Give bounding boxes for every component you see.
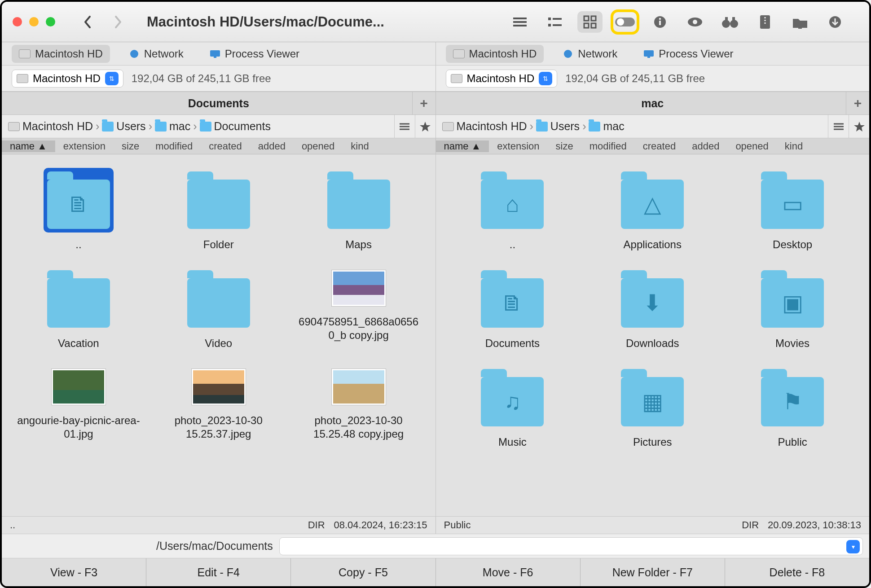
minimize-button[interactable] [29, 17, 39, 26]
file-item[interactable]: 🗎.. [11, 168, 146, 251]
column-header-extension[interactable]: extension [489, 140, 547, 152]
volume-name: Macintosh HD [33, 72, 101, 85]
column-headers: name ▲extensionsizemodifiedcreatedaddedo… [2, 138, 869, 154]
column-header-opened[interactable]: opened [294, 140, 343, 152]
column-header-name[interactable]: name ▲ [436, 140, 489, 152]
breadcrumb-item[interactable]: mac [589, 120, 624, 133]
breadcrumb-item[interactable]: Users [102, 120, 145, 133]
breadcrumb-item[interactable]: Documents [200, 120, 271, 133]
fn-button-new-folder[interactable]: New Folder - F7 [581, 558, 725, 586]
file-item[interactable]: angourie-bay-picnic-area-01.jpg [11, 365, 146, 441]
file-item[interactable]: ♫Music [445, 365, 581, 449]
volume-free-label: 192,04 GB of 245,11 GB free [132, 72, 271, 85]
file-item[interactable]: 🗎Documents [445, 267, 581, 350]
close-button[interactable] [13, 17, 22, 26]
column-header-name[interactable]: name ▲ [2, 140, 55, 152]
column-header-modified[interactable]: modified [147, 140, 201, 152]
pane-title: mac [641, 97, 664, 110]
file-item[interactable]: ⚑Public [725, 365, 860, 449]
column-header-modified[interactable]: modified [581, 140, 635, 152]
volume-selector[interactable]: Macintosh HD ⇅ [446, 70, 558, 88]
volume-selector[interactable]: Macintosh HD ⇅ [12, 70, 123, 88]
pane-title: Documents [188, 97, 249, 110]
column-header-created[interactable]: created [635, 140, 684, 152]
view-grid-icon[interactable] [577, 11, 603, 33]
fn-button-view[interactable]: View - F3 [2, 558, 146, 586]
column-header-kind[interactable]: kind [777, 140, 811, 152]
fn-button-copy[interactable]: Copy - F5 [291, 558, 436, 586]
breadcrumb-label: Users [550, 120, 580, 133]
column-header-kind[interactable]: kind [343, 140, 377, 152]
breadcrumb-item[interactable]: Macintosh HD [8, 120, 93, 133]
file-item[interactable]: ⬇Downloads [585, 267, 720, 350]
file-name: photo_2023-10-30 15.25.48 copy.jpeg [296, 414, 422, 441]
column-header-extension[interactable]: extension [55, 140, 114, 152]
window-controls [2, 17, 66, 26]
info-icon[interactable] [647, 11, 673, 33]
column-header-added[interactable]: added [684, 140, 727, 152]
folder-network-icon[interactable] [787, 11, 813, 33]
add-tab-button[interactable]: + [412, 92, 436, 114]
list-view-icon[interactable] [394, 115, 415, 138]
list-view-icon[interactable] [828, 115, 849, 138]
view-detail-icon[interactable] [542, 11, 567, 33]
fn-button-edit[interactable]: Edit - F4 [146, 558, 291, 586]
column-header-created[interactable]: created [201, 140, 250, 152]
column-header-added[interactable]: added [250, 140, 294, 152]
tab-macintosh-hd[interactable]: Macintosh HD [12, 45, 110, 63]
file-item[interactable]: ▦Pictures [585, 365, 720, 449]
file-item[interactable]: ▣Movies [725, 267, 860, 350]
file-item[interactable]: Video [151, 267, 286, 350]
file-name: Video [205, 337, 232, 350]
forward-button[interactable] [109, 13, 127, 31]
add-tab-button[interactable]: + [846, 92, 869, 114]
file-item[interactable]: Maps [291, 168, 427, 251]
hdd-icon [442, 122, 454, 131]
status-name: Public [444, 519, 471, 531]
eye-icon[interactable] [682, 11, 708, 33]
zoom-button[interactable] [46, 17, 55, 26]
favorite-icon[interactable] [415, 115, 436, 138]
breadcrumb-item[interactable]: Users [536, 120, 580, 133]
file-item[interactable]: ⌂.. [445, 168, 581, 251]
fn-button-move[interactable]: Move - F6 [436, 558, 581, 586]
tab-network[interactable]: Network [122, 45, 191, 63]
file-item[interactable]: △Applications [585, 168, 720, 251]
breadcrumb-item[interactable]: mac [155, 120, 190, 133]
download-icon[interactable] [823, 11, 848, 33]
tab-network[interactable]: Network [555, 45, 625, 63]
tab-process-viewer[interactable]: Process Viewer [636, 45, 740, 63]
toggle-switch-icon[interactable] [612, 11, 638, 33]
tab-process-viewer[interactable]: Process Viewer [202, 45, 307, 63]
file-item[interactable]: photo_2023-10-30 15.25.37.jpeg [151, 365, 286, 441]
file-item[interactable]: ▭Desktop [725, 168, 860, 251]
tab-label: Process Viewer [659, 48, 733, 60]
file-name: Public [778, 435, 807, 449]
path-input[interactable]: ▾ [279, 537, 863, 555]
binoculars-icon[interactable] [717, 11, 743, 33]
file-item[interactable]: Folder [151, 168, 286, 251]
chevron-down-icon[interactable]: ▾ [846, 540, 860, 553]
svg-point-12 [617, 18, 624, 26]
column-header-size[interactable]: size [114, 140, 147, 152]
pane-title-row: Documents + mac + [2, 92, 869, 115]
hdd-icon [19, 49, 31, 58]
column-header-size[interactable]: size [548, 140, 581, 152]
breadcrumb-item[interactable]: Macintosh HD [442, 120, 527, 133]
left-pane[interactable]: 🗎..FolderMapsVacationVideo6904758951_686… [2, 154, 436, 516]
file-item[interactable]: photo_2023-10-30 15.25.48 copy.jpeg [291, 365, 427, 441]
tab-label: Network [144, 48, 184, 60]
right-pane[interactable]: ⌂..△Applications▭Desktop🗎Documents⬇Downl… [436, 154, 870, 516]
file-name: .. [510, 238, 515, 251]
back-button[interactable] [79, 13, 97, 31]
view-list-icon[interactable] [507, 11, 532, 33]
column-header-opened[interactable]: opened [727, 140, 776, 152]
file-item[interactable]: Vacation [11, 267, 146, 350]
fn-button-delete[interactable]: Delete - F8 [725, 558, 869, 586]
favorite-icon[interactable] [849, 115, 869, 138]
hdd-icon [8, 122, 20, 131]
file-item[interactable]: 6904758951_6868a06560_b copy.jpg [291, 267, 427, 350]
archive-icon[interactable] [752, 11, 778, 33]
tab-macintosh-hd[interactable]: Macintosh HD [446, 45, 544, 63]
svg-rect-24 [798, 26, 802, 29]
